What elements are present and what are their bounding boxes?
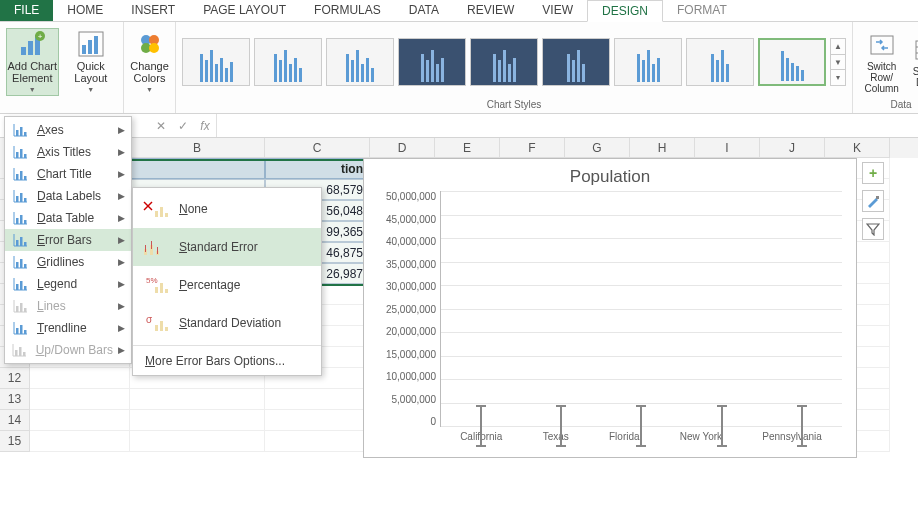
svg-rect-6 [82, 45, 86, 54]
quick-layout-button[interactable]: Quick Layout ▼ [65, 28, 117, 96]
svg-rect-77 [165, 213, 168, 217]
x-tick-label: Pennsylvania [762, 431, 821, 442]
select-data-button[interactable]: Select Data [910, 28, 918, 96]
submenu-arrow-icon: ▶ [118, 257, 125, 267]
row-header-12[interactable]: 12 [0, 368, 30, 389]
bars-icon [11, 299, 29, 313]
menu-item-lines: Lines▶ [5, 295, 131, 317]
y-tick-label: 25,000,000 [370, 304, 436, 315]
menu-item-error-bars[interactable]: Error Bars▶ [5, 229, 131, 251]
submenu-item-standard-error[interactable]: Standard Error [133, 228, 321, 266]
chart-style-7[interactable] [614, 38, 682, 86]
chart-bars[interactable] [440, 191, 842, 427]
cell[interactable] [130, 431, 265, 452]
col-header-h[interactable]: H [630, 138, 695, 158]
menu-item-axis-titles[interactable]: Axis Titles▶ [5, 141, 131, 163]
fx-icon[interactable]: fx [194, 119, 216, 133]
tab-page-layout[interactable]: PAGE LAYOUT [189, 0, 300, 21]
enter-formula-icon[interactable]: ✓ [172, 119, 194, 133]
menu-item-gridlines[interactable]: Gridlines▶ [5, 251, 131, 273]
menu-item-label: Axes [37, 123, 64, 137]
col-header-i[interactable]: I [695, 138, 760, 158]
tab-design[interactable]: DESIGN [587, 0, 663, 22]
col-header-k[interactable]: K [825, 138, 890, 158]
menu-item-data-labels[interactable]: Data Labels▶ [5, 185, 131, 207]
chart-side-buttons: + [862, 162, 884, 240]
col-header-e[interactable]: E [435, 138, 500, 158]
cancel-formula-icon[interactable]: ✕ [150, 119, 172, 133]
cell[interactable] [30, 368, 130, 389]
switch-row-col-label: Switch Row/ Column [859, 61, 904, 94]
chart-style-2[interactable] [254, 38, 322, 86]
tab-file[interactable]: FILE [0, 0, 53, 21]
cell[interactable] [30, 410, 130, 431]
cell[interactable] [130, 389, 265, 410]
y-tick-label: 0 [370, 416, 436, 427]
y-axis[interactable]: 50,000,00045,000,00040,000,00035,000,000… [370, 191, 440, 427]
menu-item-legend[interactable]: Legend▶ [5, 273, 131, 295]
cell[interactable]: tion [265, 158, 370, 179]
tab-view[interactable]: VIEW [528, 0, 587, 21]
chart-styles-button[interactable] [862, 190, 884, 212]
svg-rect-75 [155, 211, 158, 217]
submenu-item-label: Standard Deviation [179, 316, 281, 330]
add-chart-element-button[interactable]: + Add Chart Element ▼ [6, 28, 59, 96]
submenu-item-standard-deviation[interactable]: σStandard Deviation [133, 304, 321, 342]
menu-item-label: Legend [37, 277, 77, 291]
col-header-d[interactable]: D [370, 138, 435, 158]
switch-row-column-button[interactable]: Switch Row/ Column [859, 28, 904, 96]
submenu-item-percentage[interactable]: 5%Percentage [133, 266, 321, 304]
row-header-13[interactable]: 13 [0, 389, 30, 410]
cell[interactable] [30, 389, 130, 410]
row-header-14[interactable]: 14 [0, 410, 30, 431]
col-header-c[interactable]: C [265, 138, 370, 158]
menu-item-chart-title[interactable]: Chart Title▶ [5, 163, 131, 185]
chart-title[interactable]: Population [364, 167, 856, 187]
formula-input[interactable] [216, 114, 918, 137]
cell[interactable] [265, 389, 370, 410]
tab-home[interactable]: HOME [53, 0, 117, 21]
chart-style-6[interactable] [542, 38, 610, 86]
submenu-item-none[interactable]: None [133, 190, 321, 228]
cell[interactable] [130, 158, 265, 179]
menu-item-data-table[interactable]: Data Table▶ [5, 207, 131, 229]
chart-style-4[interactable] [398, 38, 466, 86]
tab-format[interactable]: FORMAT [663, 0, 741, 21]
col-header-g[interactable]: G [565, 138, 630, 158]
chart-style-9[interactable] [758, 38, 826, 86]
col-header-b[interactable]: B [130, 138, 265, 158]
svg-rect-35 [16, 196, 19, 202]
row-header-15[interactable]: 15 [0, 431, 30, 452]
submenu-arrow-icon: ▶ [118, 235, 125, 245]
cell[interactable] [130, 410, 265, 431]
chart-style-5[interactable] [470, 38, 538, 86]
embedded-chart[interactable]: Population 50,000,00045,000,00040,000,00… [363, 158, 857, 458]
col-header-f[interactable]: F [500, 138, 565, 158]
col-header-j[interactable]: J [760, 138, 825, 158]
svg-rect-13 [871, 36, 893, 54]
chart-style-8[interactable] [686, 38, 754, 86]
tab-data[interactable]: DATA [395, 0, 453, 21]
plot-area[interactable]: 50,000,00045,000,00040,000,00035,000,000… [370, 191, 842, 427]
cell[interactable] [30, 431, 130, 452]
more-error-bars-options[interactable]: More Error Bars Options... [133, 349, 321, 373]
tab-formulas[interactable]: FORMULAS [300, 0, 395, 21]
svg-rect-57 [24, 286, 27, 290]
gallery-scroll-down[interactable]: ▼ [831, 55, 845, 71]
tab-review[interactable]: REVIEW [453, 0, 528, 21]
cell[interactable] [265, 431, 370, 452]
menu-item-label: Axis Titles [37, 145, 91, 159]
change-colors-button[interactable]: Change Colors ▼ [130, 28, 169, 96]
menu-item-axes[interactable]: Axes▶ [5, 119, 131, 141]
chart-elements-button[interactable]: + [862, 162, 884, 184]
gallery-expand[interactable]: ▾ [831, 70, 845, 85]
cell[interactable] [265, 410, 370, 431]
gallery-scroll-up[interactable]: ▲ [831, 39, 845, 55]
tab-insert[interactable]: INSERT [117, 0, 189, 21]
chart-style-3[interactable] [326, 38, 394, 86]
chart-style-1[interactable] [182, 38, 250, 86]
svg-rect-91 [165, 327, 168, 331]
svg-rect-7 [88, 40, 92, 54]
chart-filter-button[interactable] [862, 218, 884, 240]
menu-item-trendline[interactable]: Trendline▶ [5, 317, 131, 339]
